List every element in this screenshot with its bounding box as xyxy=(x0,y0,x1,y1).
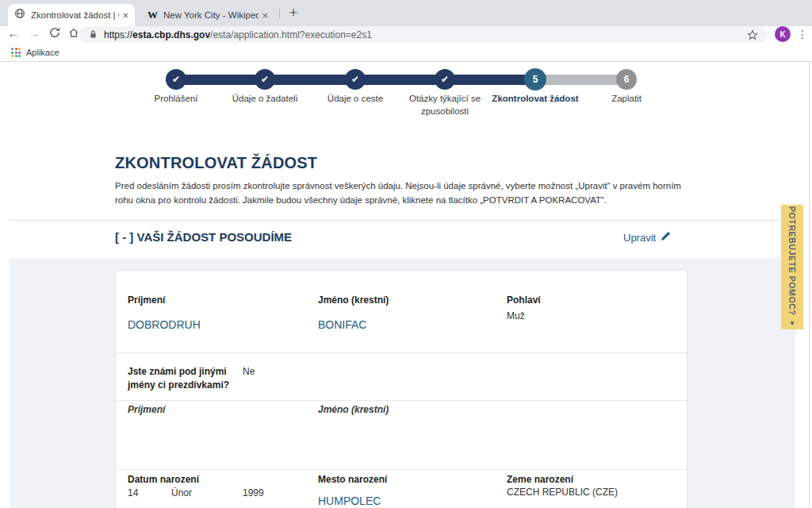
scrollbar[interactable] xyxy=(809,62,810,508)
step-6-label: Zaplatit xyxy=(579,93,674,106)
edit-link[interactable]: Upravit xyxy=(623,231,671,244)
page-title: ZKONTROLOVAT ŽÁDOST xyxy=(115,154,317,172)
step-1-label: Prohlášení xyxy=(128,93,224,106)
check-icon: ✔ xyxy=(172,74,180,85)
url-path: /esta/application.html?execution=e2s1 xyxy=(210,29,372,40)
chrome-divider xyxy=(0,61,812,62)
birth-year-value: 1999 xyxy=(243,487,264,498)
close-icon[interactable]: × xyxy=(122,10,128,21)
tab-wikipedia[interactable]: W New York City - Wikipedia × xyxy=(141,4,274,26)
url-text: https://esta.cbp.dhs.gov/esta/applicatio… xyxy=(104,29,372,40)
step-4-circle[interactable]: ✔ xyxy=(435,69,455,90)
tab-title: Zkontrolovat žádost | Official E xyxy=(31,10,119,20)
address-bar[interactable]: https://esta.cbp.dhs.gov/esta/applicatio… xyxy=(79,26,768,43)
birth-date-label: Datum narození xyxy=(128,474,199,485)
birth-country-value: CZECH REPUBLIC (CZE) xyxy=(507,487,618,498)
chevron-down-icon: ▾ xyxy=(788,319,796,328)
gender-value: Muž xyxy=(507,310,525,321)
alias-first-name-label: Jméno (krestní) xyxy=(318,404,389,415)
first-name-value: BONIFAC xyxy=(318,318,366,331)
first-name-label: Jméno (krestní) xyxy=(318,294,389,306)
pencil-icon xyxy=(661,231,671,244)
profile-avatar[interactable]: K xyxy=(775,26,791,42)
step-3-circle[interactable]: ✔ xyxy=(345,69,366,90)
new-tab-button[interactable]: + xyxy=(284,3,303,22)
tab-separator xyxy=(279,9,280,19)
check-icon: ✔ xyxy=(351,74,359,85)
step-5-circle[interactable]: 5 xyxy=(524,68,546,90)
step-2-circle[interactable]: ✔ xyxy=(255,69,275,90)
birth-city-label: Mesto narození xyxy=(318,474,387,485)
alias-surname-label: Príjmení xyxy=(128,404,165,415)
lock-icon xyxy=(89,28,98,42)
gender-label: Pohlaví xyxy=(507,294,541,306)
browser-window: Zkontrolovat žádost | Official E × W New… xyxy=(0,0,812,508)
card-divider xyxy=(116,400,687,401)
section-divider xyxy=(10,220,799,221)
close-icon[interactable]: × xyxy=(262,10,268,21)
step-1-circle[interactable]: ✔ xyxy=(166,69,186,90)
apps-grid-icon[interactable] xyxy=(11,48,21,57)
check-icon: ✔ xyxy=(261,74,269,85)
aliases-question-label: Jste známi pod jinými jmény ci prezdívka… xyxy=(128,365,247,393)
birth-day-value: 14 xyxy=(128,487,138,498)
aliases-question-value: Ne xyxy=(243,366,255,377)
url-scheme: https:// xyxy=(104,29,132,40)
step-6-circle[interactable]: 6 xyxy=(616,69,637,90)
wikipedia-icon: W xyxy=(147,9,158,21)
page-intro: Pred odesláním žádosti prosím zkontroluj… xyxy=(115,179,695,208)
url-domain: esta.cbp.dhs.gov xyxy=(132,29,210,40)
globe-icon xyxy=(14,8,25,22)
step-5-label: Zkontrolovat žádost xyxy=(480,93,591,106)
card-divider xyxy=(116,352,687,353)
step-3-label: Údaje o ceste xyxy=(308,93,403,106)
review-card: Príjmení Jméno (krestní) Pohlaví DOBRODR… xyxy=(115,270,688,508)
birth-country-label: Zeme narození xyxy=(507,474,573,485)
tab-title: New York City - Wikipedia xyxy=(163,10,259,20)
birth-city-value: HUMPOLEC xyxy=(318,495,381,507)
birth-month-value: Únor xyxy=(171,487,192,498)
need-help-tab[interactable]: POTREBUJETE POMOC? ▾ xyxy=(781,205,803,329)
edit-link-label: Upravit xyxy=(623,232,656,244)
bookmark-star-icon[interactable] xyxy=(747,29,758,40)
browser-menu-icon[interactable]: ⋮ xyxy=(795,26,810,42)
card-divider xyxy=(116,469,687,470)
reload-icon[interactable] xyxy=(46,24,63,41)
forward-icon[interactable]: → xyxy=(25,24,43,41)
need-help-label: POTREBUJETE POMOC? xyxy=(787,206,797,315)
check-icon: ✔ xyxy=(441,74,449,85)
surname-value: DOBRODRUH xyxy=(128,318,201,331)
review-section-title[interactable]: [ - ] VAŠI ŽÁDOST POSOUDÍME xyxy=(115,230,292,244)
bookmarks-bar: Aplikace xyxy=(0,44,812,61)
tab-strip: Zkontrolovat žádost | Official E × W New… xyxy=(0,0,812,26)
surname-label: Príjmení xyxy=(128,294,165,306)
step-2-label: Údaje o žadateli xyxy=(217,93,312,106)
tab-esta[interactable]: Zkontrolovat žádost | Official E × xyxy=(8,4,135,26)
back-icon[interactable]: ← xyxy=(5,24,22,41)
bookmark-apps-label[interactable]: Aplikace xyxy=(26,48,59,57)
